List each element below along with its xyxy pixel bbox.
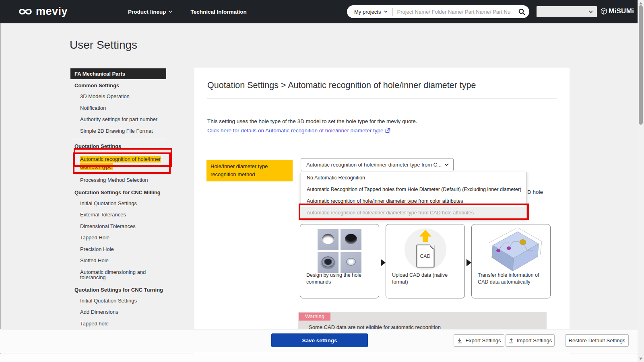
meviy-logo-text: meviy (36, 5, 68, 18)
recognition-method-label: Hole/Inner diameter type recognition met… (206, 160, 293, 181)
option-no-automatic-recognition[interactable]: No Automatic Recognition (301, 172, 526, 184)
global-search: My projects (347, 5, 529, 18)
sidebar-category-fa-mechanical-parts: FA Mechanical Parts (70, 68, 166, 79)
setting-description: This setting uses the hole type of the 3… (207, 118, 417, 124)
chevron-down-icon (589, 10, 593, 13)
sidebar-item-initial-quotation-settings-milling[interactable]: Initial Quotation Settings (70, 198, 166, 210)
sidebar-item-3d-models-operation[interactable]: 3D Models Operation (70, 91, 166, 103)
export-settings-button[interactable]: Export Settings (454, 334, 504, 347)
option-from-cad-hole-attributes[interactable]: Automatic recognition of hole/inner diam… (301, 207, 526, 219)
sidebar-section-quotation-cnc-milling: Quotation Settings for CNC Milling (70, 186, 166, 198)
search-scope-select[interactable]: My projects (347, 8, 393, 16)
cad-file-icon: CAD (416, 245, 434, 267)
settings-action-bar: Save settings Export Settings Import Set… (0, 329, 638, 353)
import-settings-button[interactable]: Import Settings (506, 334, 555, 347)
chevron-down-icon (169, 10, 172, 13)
search-icon[interactable] (514, 5, 529, 18)
nav-product-lineup[interactable]: Product lineup (128, 9, 172, 15)
flow-arrow-icon (466, 259, 471, 266)
divider (207, 143, 557, 143)
header-account-select[interactable] (537, 6, 597, 17)
option-from-color-attributes[interactable]: Automatic recognition of hole/inner diam… (301, 195, 526, 207)
sidebar-active-item-annotation: Automatic recognition of hole/inner diam… (73, 152, 171, 174)
sidebar-item-external-tolerances[interactable]: External Tolerances (70, 209, 166, 221)
card-transfer-hole-information: Transfer hole information of CAD data au… (471, 224, 551, 298)
card-label: Design by using the hole commands (306, 272, 376, 286)
card-label: Upload CAD data (native format) (392, 272, 461, 286)
flow-arrow-icon (381, 259, 386, 266)
settings-sidebar: FA Mechanical Parts Common Settings 3D M… (70, 68, 166, 338)
save-settings-button[interactable]: Save settings (271, 333, 368, 347)
upload-arrow-icon (419, 230, 431, 242)
scrollbar-thumb[interactable] (639, 5, 643, 125)
sidebar-item-notification[interactable]: Notification (70, 103, 166, 114)
sidebar-item-automatic-recognition-hole-type[interactable]: Automatic recognition of hole/inner diam… (80, 156, 161, 170)
sidebar-divider (70, 139, 166, 139)
window-bottom-strip (0, 354, 638, 362)
sidebar-item-dimensional-tolerances[interactable]: Dimensional Tolerances (70, 221, 166, 232)
page-title: User Settings (70, 39, 137, 51)
meviy-infinity-icon (18, 7, 33, 16)
sidebar-item-simple-2d-drawing[interactable]: Simple 2D Drawing File Format (70, 125, 166, 137)
sidebar-item-tapped-hole-turning[interactable]: Tapped hole (70, 318, 166, 330)
content-heading: Quotation Settings > Automatic recogniti… (207, 80, 476, 90)
card-design-hole-commands: Design by using the hole commands (300, 224, 379, 298)
misumi-logo[interactable]: MiSUMi (601, 7, 634, 15)
sidebar-item-precision-hole-milling[interactable]: Precision Hole (70, 244, 166, 255)
restore-default-settings-button[interactable]: Restore Default Settings (565, 334, 629, 347)
external-link-icon (385, 128, 390, 133)
nav-technical-information[interactable]: Technical Information (191, 9, 247, 15)
sidebar-item-processing-method-selection[interactable]: Processing Method Selection (70, 175, 166, 186)
meviy-logo[interactable]: meviy (18, 5, 68, 18)
sidebar-item-slotted-hole[interactable]: Slotted Hole (70, 255, 166, 267)
option-tapped-holes-from-hole-diameter[interactable]: Automatic Recognition of Tapped holes fr… (301, 184, 526, 195)
warning-badge: Warning (299, 313, 330, 321)
recognition-method-option-list: No Automatic Recognition Automatic Recog… (301, 172, 527, 219)
obscured-text-fragment: D hole (527, 189, 543, 195)
sidebar-item-tapped-hole-milling[interactable]: Tapped Hole (70, 232, 166, 244)
settings-content-panel: Quotation Settings > Automatic recogniti… (194, 68, 570, 356)
vertical-scrollbar[interactable] (638, 0, 644, 362)
cad-block-illustration (477, 225, 546, 273)
card-label: Transfer hole information of CAD data au… (478, 272, 547, 286)
top-header-bar: meviy Product lineup Technical Informati… (0, 0, 638, 23)
misumi-logo-text: MiSUMi (609, 7, 634, 15)
sidebar-item-automatic-dimensioning[interactable]: Automatic dimensioning and tolerancing (70, 267, 166, 284)
scrollbar-down-arrow-icon[interactable] (639, 358, 642, 360)
upload-icon (508, 338, 514, 343)
details-link[interactable]: Click here for details on Automatic reco… (207, 128, 390, 134)
sidebar-section-quotation-cnc-turning: Quotation Settings for CNC Turning (70, 284, 166, 295)
sidebar-item-initial-quotation-settings-turning[interactable]: Initial Quotation Settings (70, 295, 166, 307)
download-icon (457, 338, 462, 343)
header-nav: Product lineup Technical Information (128, 0, 247, 23)
scrollbar-up-arrow-icon[interactable] (639, 2, 642, 4)
misumi-cube-icon (601, 8, 607, 15)
card-upload-cad-data: CAD Upload CAD data (native format) (386, 224, 465, 298)
sidebar-item-authority-settings[interactable]: Authority settings for part number (70, 114, 166, 125)
chevron-down-icon (384, 10, 388, 13)
sidebar-item-add-dimensions[interactable]: Add Dimensions (70, 306, 166, 318)
meviy-user-settings-page: meviy Product lineup Technical Informati… (0, 0, 644, 362)
sidebar-section-quotation-settings: Quotation Settings (70, 140, 166, 152)
sidebar-section-common-settings: Common Settings (70, 79, 166, 91)
search-input[interactable] (393, 9, 514, 15)
chevron-down-icon (444, 163, 449, 166)
hole-types-illustration (318, 229, 361, 273)
divider (207, 99, 557, 99)
recognition-method-select[interactable]: Automatic recognition of hole/inner diam… (301, 158, 454, 171)
